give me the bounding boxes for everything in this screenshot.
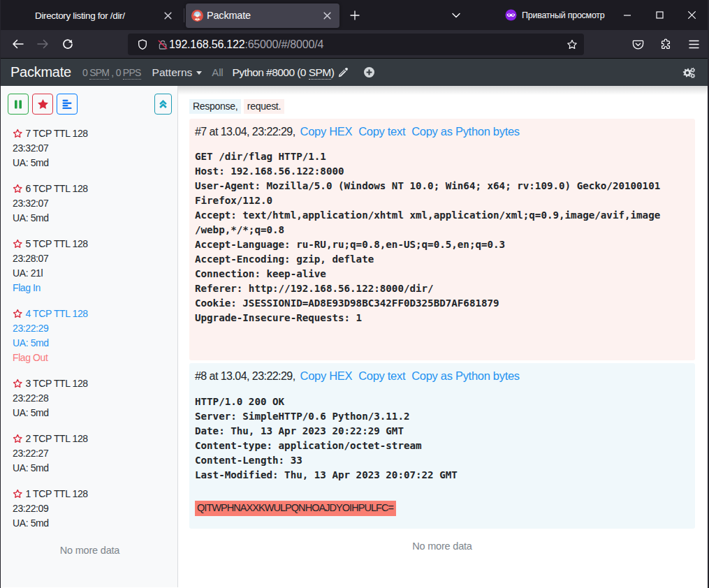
lock-slash-icon[interactable] [157,39,168,50]
stream-time: 23:28:07 [13,251,172,266]
stream-list-item[interactable]: 1 TCP TTL 128 23:22:09 UA: 5md [13,487,172,531]
direction-filters: Response, request. [189,99,695,114]
forward-button[interactable] [32,34,53,54]
nav-item-all[interactable]: All [212,66,223,78]
stream-list-item[interactable]: 2 TCP TTL 128 23:22:27 UA: 5md [13,432,172,476]
private-browsing-label: Приватный просмотр [522,10,605,20]
tab-title: Directory listing for /dir/ [35,10,161,21]
stream-flag-link[interactable]: Flag In [13,281,172,295]
packet-body: GET /dir/flag HTTP/1.1 Host: 192.168.56.… [195,149,689,340]
sidebar-controls [8,94,172,115]
settings-gears-icon[interactable] [682,67,696,79]
collapse-sidebar-button[interactable] [154,94,172,115]
stream-title: 4 TCP TTL 128 [26,307,88,321]
app-navbar: Packmate 0 SPM , 0 PPS Patterns All Pyth… [1,59,708,86]
packet-meta: #7 at 13.04, 23:22:29, [195,124,295,139]
url-bar[interactable]: 192.168.56.122:65000/#/8000/4 [128,34,584,55]
stream-time: 23:22:27 [13,446,172,461]
window-controls [611,0,708,30]
stream-user-agent: UA: 5md [13,211,172,226]
copy-link[interactable]: Copy as Python bytes [411,124,520,139]
private-mask-icon [505,9,517,21]
patterns-dropdown[interactable]: Patterns [152,66,203,79]
bookmark-star-icon[interactable] [563,36,581,54]
tab-directory-listing[interactable]: Directory listing for /dir/ [20,3,182,28]
stream-title: 6 TCP TTL 128 [26,182,88,196]
url-text[interactable]: 192.168.56.122:65000/#/8000/4 [169,38,563,51]
tracking-shield-icon[interactable] [137,39,148,50]
tab-close-icon[interactable] [320,8,334,22]
stream-time: 23:22:29 [13,321,172,336]
stream-title: 2 TCP TTL 128 [26,432,88,446]
stream-time: 23:22:09 [13,501,172,516]
filter-chip-request[interactable]: request. [244,99,284,114]
favorite-star-icon[interactable] [13,378,23,388]
copy-link[interactable]: Copy text [358,369,405,383]
hamburger-menu-icon[interactable] [684,35,703,54]
favorite-star-icon[interactable] [13,184,23,193]
toolbar-extensions-area [628,30,703,59]
tab-packmate[interactable]: Packmate [186,3,339,28]
spm-label: SPM [89,67,109,80]
main-no-more-data: No more data [189,541,695,552]
tab-separator [184,8,184,22]
favorite-star-icon[interactable] [13,239,23,249]
stream-user-agent: UA: 5md [13,336,172,351]
favorite-star-icon[interactable] [13,489,23,499]
caret-down-icon [196,71,202,75]
stream-list: 7 TCP TTL 128 23:32:07 UA: 5md 6 TCP TTL… [8,126,172,531]
stream-list-item[interactable]: 6 TCP TTL 128 23:32:07 UA: 5md [13,182,172,226]
tab-close-icon[interactable] [161,8,175,22]
packet-card: #8 at 13.04, 23:22:29, Copy HEXCopy text… [189,363,695,529]
packmate-favicon [191,10,203,22]
packets-panel: Response, request. #7 at 13.04, 23:22:29… [178,86,708,587]
copy-link[interactable]: Copy as Python bytes [411,369,520,383]
stream-title: 3 TCP TTL 128 [26,376,88,391]
stream-list-item[interactable]: 7 TCP TTL 128 23:32:07 UA: 5md [13,126,172,170]
copy-link[interactable]: Copy HEX [300,124,353,139]
packet-card: #7 at 13.04, 23:22:29, Copy HEXCopy text… [189,119,695,361]
stream-flag-link[interactable]: Flag Out [13,351,172,365]
url-path: :65000/#/8000/4 [244,38,323,50]
stream-user-agent: UA: 5md [13,406,172,420]
packet-body: HTTP/1.0 200 OK Server: SimpleHTTP/0.6 P… [195,395,689,497]
minimize-icon[interactable] [611,0,643,30]
stream-list-item[interactable]: 5 TCP TTL 128 23:28:07 UA: 21l Flag In [13,237,172,295]
stream-user-agent: UA: 5md [13,461,172,476]
add-pattern-plus-icon[interactable] [364,67,374,78]
extensions-puzzle-icon[interactable] [656,35,675,54]
stream-user-agent: UA: 21l [13,266,172,281]
sidebar-no-more-data: No more data [8,545,172,556]
filter-chip-response[interactable]: Response, [189,99,241,114]
list-all-tabs-button[interactable] [447,6,465,24]
window-close-icon[interactable] [675,0,708,30]
favorite-star-icon[interactable] [13,434,23,443]
current-pattern[interactable]: Python #8000 (0 SPM) [232,66,334,79]
favorite-star-icon[interactable] [13,309,23,318]
reload-button[interactable] [57,34,78,54]
url-host: 192.168.56.122 [169,38,244,50]
favorites-button[interactable] [32,94,53,115]
packet-copy-links: Copy HEXCopy textCopy as Python bytes [300,369,520,383]
back-button[interactable] [7,34,28,54]
new-tab-button[interactable] [345,6,365,25]
pocket-icon[interactable] [628,35,648,54]
flag-match-highlight[interactable]: QITWPHNAXXKWULPQNHOAJDYOIHPULFC= [195,501,396,516]
edit-pattern-pencil-icon[interactable] [337,67,349,78]
app-brand[interactable]: Packmate [10,64,71,80]
traffic-counters: 0 SPM , 0 PPS [82,67,141,78]
stream-list-item[interactable]: 4 TCP TTL 128 23:22:29 UA: 5md Flag Out [13,307,172,365]
browser-titlebar: Directory listing for /dir/ Packmate [1,0,708,30]
stream-title: 1 TCP TTL 128 [26,487,88,501]
streams-sidebar: 7 TCP TTL 128 23:32:07 UA: 5md 6 TCP TTL… [1,86,178,587]
maximize-icon[interactable] [643,0,675,30]
copy-link[interactable]: Copy text [358,124,405,139]
stream-list-item[interactable]: 3 TCP TTL 128 23:22:28 UA: 5md [13,376,172,420]
stream-title: 5 TCP TTL 128 [26,237,88,251]
stream-time: 23:22:28 [13,391,172,406]
packet-meta: #8 at 13.04, 23:22:29, [195,369,295,383]
copy-link[interactable]: Copy HEX [300,369,353,383]
list-view-button[interactable] [57,94,78,115]
pause-button[interactable] [8,94,29,115]
favorite-star-icon[interactable] [13,128,23,138]
